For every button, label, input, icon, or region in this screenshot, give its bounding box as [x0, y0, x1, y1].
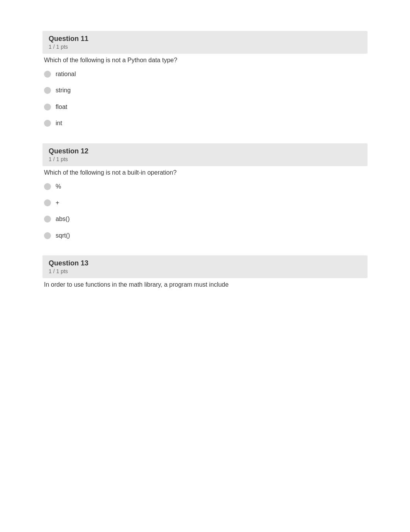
- question-12-option-d[interactable]: sqrt(): [42, 231, 368, 240]
- radio-q11-d[interactable]: [44, 120, 51, 127]
- radio-q11-a[interactable]: [44, 71, 51, 78]
- question-12-option-c[interactable]: abs(): [42, 215, 368, 223]
- question-12-header: Question 12 1 / 1 pts: [42, 143, 368, 166]
- radio-q12-c[interactable]: [44, 216, 51, 223]
- radio-q12-d[interactable]: [44, 232, 51, 239]
- question-13-header: Question 13 1 / 1 pts: [42, 255, 368, 278]
- radio-q11-b[interactable]: [44, 87, 51, 94]
- question-12-pts: 1 / 1 pts: [49, 156, 361, 162]
- option-label-q11-a: rational: [56, 70, 76, 78]
- question-13-title: Question 13: [49, 259, 361, 267]
- question-12-option-b[interactable]: +: [42, 199, 368, 207]
- question-11-option-b[interactable]: string: [42, 86, 368, 95]
- question-13-text: In order to use functions in the math li…: [42, 281, 368, 288]
- question-11-option-c[interactable]: float: [42, 103, 368, 111]
- page-container: Question 11 1 / 1 pts Which of the follo…: [0, 0, 410, 335]
- question-11-block: Question 11 1 / 1 pts Which of the follo…: [42, 31, 368, 128]
- radio-q12-b[interactable]: [44, 199, 51, 206]
- question-12-title: Question 12: [49, 147, 361, 155]
- option-label-q11-d: int: [56, 119, 62, 127]
- question-11-header: Question 11 1 / 1 pts: [42, 31, 368, 54]
- question-11-option-d[interactable]: int: [42, 119, 368, 127]
- question-13-block: Question 13 1 / 1 pts In order to use fu…: [42, 255, 368, 288]
- question-12-text: Which of the following is not a built-in…: [42, 169, 368, 176]
- option-label-q11-b: string: [56, 86, 71, 95]
- radio-q12-a[interactable]: [44, 183, 51, 190]
- question-13-pts: 1 / 1 pts: [49, 268, 361, 274]
- option-label-q12-a: %: [56, 182, 61, 191]
- option-label-q12-c: abs(): [56, 215, 69, 223]
- option-label-q12-d: sqrt(): [56, 231, 70, 240]
- radio-q11-c[interactable]: [44, 104, 51, 110]
- option-label-q12-b: +: [56, 199, 59, 207]
- question-11-option-a[interactable]: rational: [42, 70, 368, 78]
- question-11-title: Question 11: [49, 35, 361, 43]
- question-11-text: Which of the following is not a Python d…: [42, 57, 368, 64]
- option-label-q11-c: float: [56, 103, 67, 111]
- question-12-block: Question 12 1 / 1 pts Which of the follo…: [42, 143, 368, 240]
- question-12-option-a[interactable]: %: [42, 182, 368, 191]
- question-11-pts: 1 / 1 pts: [49, 44, 361, 50]
